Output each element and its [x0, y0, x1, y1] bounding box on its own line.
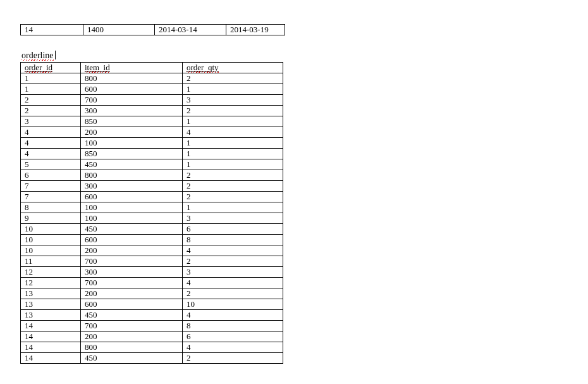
cell-item_id: 300 — [81, 267, 183, 278]
cell-order_qty: 3 — [183, 95, 283, 106]
cell-order_qty: 2 — [183, 106, 283, 116]
cell-order_id: 1 — [21, 84, 81, 95]
cell-order_id: 2 — [21, 95, 81, 106]
table-row: 73002 — [21, 181, 283, 192]
cell-order_id: 5 — [21, 159, 81, 170]
cell-order_id: 10 — [21, 235, 81, 245]
table-row: 18002 — [21, 73, 283, 84]
cell-order_id: 3 — [21, 116, 81, 127]
cell-order_qty: 1 — [183, 138, 283, 149]
cell-order_id: 1 — [21, 73, 81, 84]
table-row: 102004 — [21, 245, 283, 256]
table-row: 27003 — [21, 95, 283, 106]
col-header-order-qty: order_qty — [183, 63, 283, 73]
table-row: 76002 — [21, 192, 283, 202]
cell-order_qty: 4 — [183, 127, 283, 138]
orderline-table: order_id item_id order_qty 1800216001270… — [20, 62, 283, 364]
cell-order_qty: 2 — [183, 288, 283, 299]
cell-order_id: 12 — [21, 278, 81, 288]
table-row: 144502 — [21, 353, 283, 364]
cell-order_qty: 6 — [183, 224, 283, 235]
table-row: 48501 — [21, 149, 283, 159]
table-title: orderline — [21, 51, 56, 61]
cell-item_id: 100 — [81, 213, 183, 224]
cell-item_id: 450 — [81, 159, 183, 170]
table-row: 132002 — [21, 288, 283, 299]
cell-order_qty: 2 — [183, 256, 283, 267]
cell-order_id: 14 — [21, 353, 81, 364]
cell-order_qty: 4 — [183, 278, 283, 288]
cell-item_id: 600 — [81, 235, 183, 245]
cell-order_id: 4 — [21, 149, 81, 159]
table-row: 148004 — [21, 342, 283, 353]
cell-order_qty: 4 — [183, 342, 283, 353]
cell-order_id: 14 — [21, 321, 81, 331]
cell-item_id: 600 — [81, 84, 183, 95]
col-header-order-id: order_id — [21, 63, 81, 73]
table-row: 104506 — [21, 224, 283, 235]
table-row: 123003 — [21, 267, 283, 278]
table-row: 16001 — [21, 84, 283, 95]
table-row: 106008 — [21, 235, 283, 245]
cell-item_id: 850 — [81, 116, 183, 127]
col-header-item-id: item_id — [81, 63, 183, 73]
cell-col2: 2014-03-14 — [155, 25, 226, 35]
table-row: 38501 — [21, 116, 283, 127]
table-row: 127004 — [21, 278, 283, 288]
table-row: 81001 — [21, 202, 283, 213]
cell-item_id: 300 — [81, 106, 183, 116]
cell-item_id: 850 — [81, 149, 183, 159]
cell-order_id: 2 — [21, 106, 81, 116]
cell-order_qty: 3 — [183, 213, 283, 224]
cell-order_id: 14 — [21, 331, 81, 342]
table-row: 23002 — [21, 106, 283, 116]
cell-item_id: 450 — [81, 224, 183, 235]
cell-item_id: 800 — [81, 342, 183, 353]
cell-order_qty: 4 — [183, 245, 283, 256]
cell-item_id: 700 — [81, 95, 183, 106]
table-row: 91003 — [21, 213, 283, 224]
cell-order_qty: 1 — [183, 159, 283, 170]
cell-order_id: 13 — [21, 288, 81, 299]
cell-order_qty: 2 — [183, 73, 283, 84]
cell-order_qty: 3 — [183, 267, 283, 278]
cell-order_id: 10 — [21, 245, 81, 256]
cell-item_id: 700 — [81, 321, 183, 331]
cell-order_qty: 1 — [183, 149, 283, 159]
table-row: 1360010 — [21, 299, 283, 310]
cell-item_id: 200 — [81, 331, 183, 342]
cell-order_id: 10 — [21, 224, 81, 235]
cell-item_id: 800 — [81, 170, 183, 181]
cell-item_id: 700 — [81, 278, 183, 288]
cell-order_id: 7 — [21, 192, 81, 202]
cell-order_qty: 2 — [183, 192, 283, 202]
table-row: 42004 — [21, 127, 283, 138]
cell-order_qty: 1 — [183, 202, 283, 213]
cell-col0: 14 — [21, 25, 83, 35]
cell-item_id: 100 — [81, 138, 183, 149]
cell-order_qty: 1 — [183, 116, 283, 127]
cell-order_qty: 4 — [183, 310, 283, 321]
cell-order_qty: 1 — [183, 84, 283, 95]
cell-item_id: 600 — [81, 299, 183, 310]
cell-item_id: 800 — [81, 73, 183, 84]
cell-item_id: 600 — [81, 192, 183, 202]
cell-order_id: 6 — [21, 170, 81, 181]
cell-item_id: 200 — [81, 288, 183, 299]
table-row: 117002 — [21, 256, 283, 267]
top-fragment-table: 14 1400 2014-03-14 2014-03-19 — [20, 24, 285, 35]
table-row: 68002 — [21, 170, 283, 181]
cell-order_qty: 8 — [183, 235, 283, 245]
cell-item_id: 200 — [81, 127, 183, 138]
cell-order_id: 7 — [21, 181, 81, 192]
cell-order_id: 13 — [21, 299, 81, 310]
cell-order_id: 4 — [21, 127, 81, 138]
cell-order_id: 9 — [21, 213, 81, 224]
cell-col3: 2014-03-19 — [226, 25, 285, 35]
table-row: 134504 — [21, 310, 283, 321]
cell-order_id: 11 — [21, 256, 81, 267]
cell-order_id: 4 — [21, 138, 81, 149]
table-row: 41001 — [21, 138, 283, 149]
cell-order_qty: 2 — [183, 181, 283, 192]
cell-order_id: 8 — [21, 202, 81, 213]
